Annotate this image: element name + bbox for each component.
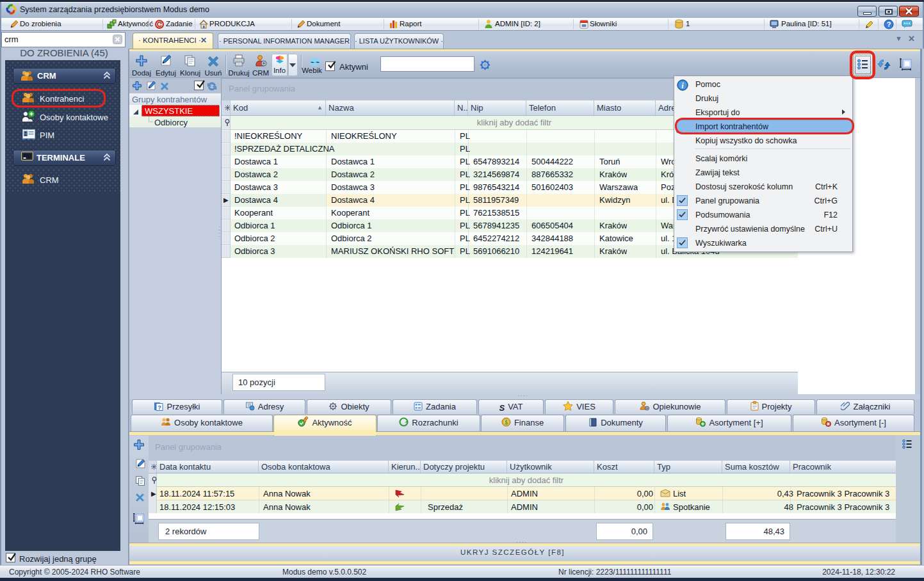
svg-text:$: $ (505, 419, 508, 426)
svg-text:?: ? (887, 20, 891, 28)
svg-text:?: ? (158, 404, 162, 411)
